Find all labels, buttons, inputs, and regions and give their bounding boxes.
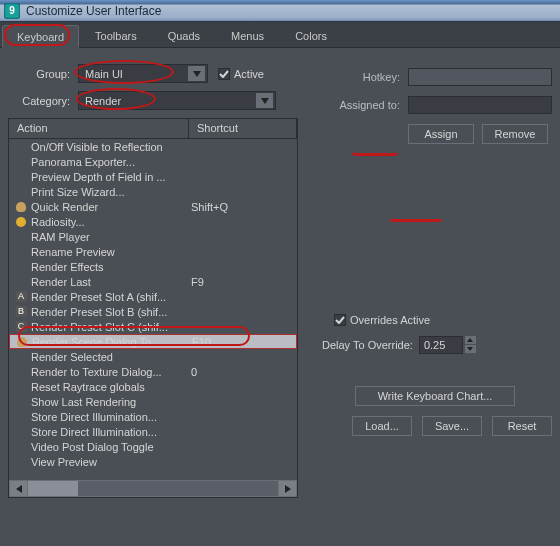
item-icon (14, 335, 30, 349)
hotkey-input[interactable] (408, 68, 552, 86)
title-bar: 9 Customize User Interface (0, 0, 560, 22)
item-label: RAM Player (31, 231, 191, 243)
delay-value[interactable]: 0.25 (419, 336, 463, 354)
group-value: Main UI (85, 68, 188, 80)
list-item[interactable]: CRender Preset Slot C (shif... (9, 319, 297, 334)
item-shortcut: F9 (191, 276, 295, 288)
scroll-left-icon[interactable] (10, 481, 27, 496)
list-item[interactable]: BRender Preset Slot B (shif... (9, 304, 297, 319)
delay-label: Delay To Override: (322, 339, 413, 351)
spinner-down-icon[interactable] (465, 345, 476, 353)
group-label: Group: (16, 68, 78, 80)
overrides-label: Overrides Active (350, 314, 430, 326)
item-label: Rename Preview (31, 246, 191, 258)
list-item[interactable]: RAM Player (9, 229, 297, 244)
item-label: On/Off Visible to Reflection (31, 141, 191, 153)
item-label: Video Post Dialog Toggle (31, 441, 191, 453)
item-icon (13, 350, 29, 364)
list-item[interactable]: Rename Preview (9, 244, 297, 259)
list-item[interactable]: Show Last Rendering (9, 394, 297, 409)
item-label: Render Preset Slot B (shif... (31, 306, 191, 318)
scroll-right-icon[interactable] (279, 481, 296, 496)
item-icon (13, 155, 29, 169)
assigned-display (408, 96, 552, 114)
list-header: Action Shortcut (9, 119, 297, 139)
chevron-down-icon (188, 66, 205, 81)
spinner-up-icon[interactable] (465, 336, 476, 344)
item-icon (13, 140, 29, 154)
item-label: Store Direct Illumination... (31, 411, 191, 423)
reset-button[interactable]: Reset (492, 416, 552, 436)
category-label: Category: (16, 95, 78, 107)
list-item[interactable]: Render Scene Dialog To...F10 (9, 334, 297, 349)
active-label: Active (234, 68, 264, 80)
list-item[interactable]: Print Size Wizard... (9, 184, 297, 199)
item-icon (13, 245, 29, 259)
tab-keyboard[interactable]: Keyboard (2, 25, 79, 48)
tab-quads[interactable]: Quads (153, 24, 215, 47)
category-dropdown[interactable]: Render (78, 91, 276, 110)
tab-colors[interactable]: Colors (280, 24, 342, 47)
item-icon (13, 275, 29, 289)
scroll-thumb[interactable] (28, 481, 78, 496)
item-label: Render Last (31, 276, 191, 288)
list-item[interactable]: Reset Raytrace globals (9, 379, 297, 394)
tab-strip: Keyboard Toolbars Quads Menus Colors (0, 22, 560, 48)
delay-spinner[interactable]: 0.25 (419, 336, 476, 354)
item-icon (13, 410, 29, 424)
save-button[interactable]: Save... (422, 416, 482, 436)
item-label: Render Selected (31, 351, 191, 363)
list-item[interactable]: Render LastF9 (9, 274, 297, 289)
list-item[interactable]: Store Direct Illumination... (9, 424, 297, 439)
list-item[interactable]: Quick RenderShift+Q (9, 199, 297, 214)
list-item[interactable]: Panorama Exporter... (9, 154, 297, 169)
tab-toolbars[interactable]: Toolbars (80, 24, 152, 47)
active-checkbox[interactable] (218, 68, 230, 80)
item-icon: A (13, 290, 29, 304)
window-title: Customize User Interface (26, 4, 161, 18)
item-icon (13, 395, 29, 409)
load-button[interactable]: Load... (352, 416, 412, 436)
item-icon (13, 260, 29, 274)
item-shortcut: Shift+Q (191, 201, 295, 213)
item-label: View Preview (31, 456, 191, 468)
chevron-down-icon (256, 93, 273, 108)
list-item[interactable]: On/Off Visible to Reflection (9, 139, 297, 154)
item-label: Render Preset Slot A (shif... (31, 291, 191, 303)
item-label: Print Size Wizard... (31, 186, 191, 198)
item-icon: C (13, 320, 29, 334)
horizontal-scrollbar[interactable] (9, 480, 297, 497)
col-shortcut[interactable]: Shortcut (189, 119, 297, 138)
list-item[interactable]: Radiosity... (9, 214, 297, 229)
item-icon (13, 185, 29, 199)
list-item[interactable]: Store Direct Illumination... (9, 409, 297, 424)
item-label: Preview Depth of Field in ... (31, 171, 191, 183)
item-label: Reset Raytrace globals (31, 381, 191, 393)
item-icon (13, 455, 29, 469)
col-action[interactable]: Action (9, 119, 189, 138)
list-item[interactable]: ARender Preset Slot A (shif... (9, 289, 297, 304)
item-label: Render to Texture Dialog... (31, 366, 191, 378)
group-dropdown[interactable]: Main UI (78, 64, 208, 83)
hotkey-label: Hotkey: (318, 71, 408, 83)
item-label: Render Scene Dialog To... (32, 336, 192, 348)
action-list[interactable]: Action Shortcut On/Off Visible to Reflec… (8, 118, 298, 498)
overrides-checkbox[interactable] (334, 314, 346, 326)
list-item[interactable]: Video Post Dialog Toggle (9, 439, 297, 454)
item-icon (13, 170, 29, 184)
item-shortcut: 0 (191, 366, 295, 378)
item-icon (13, 365, 29, 379)
item-label: Show Last Rendering (31, 396, 191, 408)
list-item[interactable]: Preview Depth of Field in ... (9, 169, 297, 184)
assign-button[interactable]: Assign (408, 124, 474, 144)
list-item[interactable]: Render Selected (9, 349, 297, 364)
item-icon (13, 230, 29, 244)
remove-button[interactable]: Remove (482, 124, 548, 144)
list-item[interactable]: Render to Texture Dialog...0 (9, 364, 297, 379)
assigned-label: Assigned to: (318, 99, 408, 111)
list-item[interactable]: Render Effects (9, 259, 297, 274)
tab-menus[interactable]: Menus (216, 24, 279, 47)
list-item[interactable]: View Preview (9, 454, 297, 469)
write-chart-button[interactable]: Write Keyboard Chart... (355, 386, 515, 406)
item-label: Panorama Exporter... (31, 156, 191, 168)
